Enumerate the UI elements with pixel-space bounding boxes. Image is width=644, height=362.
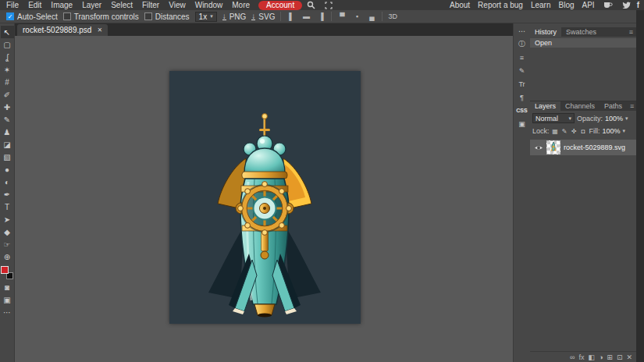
menu-image[interactable]: Image (46, 0, 77, 10)
document-canvas[interactable] (169, 71, 361, 324)
new-group-icon[interactable]: ⊞ (607, 352, 613, 362)
3d-transform-toggle[interactable]: 3D (388, 12, 397, 20)
brush-panel-icon[interactable]: ✎ (515, 65, 529, 76)
menu-report-a-bug[interactable]: Report a bug (474, 0, 527, 10)
transform-controls-option[interactable]: Transform controls (63, 12, 139, 21)
menu-window[interactable]: Window (190, 0, 228, 10)
quick-mask-icon[interactable]: ◙ (1, 281, 14, 293)
distances-checkbox[interactable] (144, 12, 152, 20)
layer-thumbnail[interactable] (546, 140, 560, 154)
magic-wand-tool[interactable]: ✶ (1, 63, 14, 76)
panel-more-icon[interactable]: ⋯ (515, 25, 529, 37)
twitter-icon[interactable] (617, 2, 635, 9)
export-png-button[interactable]: ↓ PNG (222, 12, 247, 21)
new-layer-icon[interactable]: ⊡ (617, 352, 623, 362)
align-top-icon[interactable]: ▀ (337, 12, 347, 20)
menu-layer[interactable]: Layer (77, 0, 106, 10)
chevron-down-icon[interactable]: ▾ (625, 115, 628, 122)
align-bottom-icon[interactable]: ▄ (367, 12, 376, 20)
paragraph-panel-icon[interactable]: ¶ (515, 91, 529, 103)
menu-learn[interactable]: Learn (527, 0, 555, 10)
menu-edit[interactable]: Edit (23, 0, 46, 10)
properties-panel-icon[interactable]: ≡ (515, 51, 529, 63)
select-tool[interactable]: ▢ (1, 38, 14, 51)
search-icon[interactable] (302, 1, 320, 9)
align-center-icon[interactable]: ▬ (301, 12, 311, 20)
distances-option[interactable]: Distances (144, 12, 190, 21)
hand-tool[interactable]: ☞ (1, 238, 14, 250)
dodge-tool[interactable]: ◐ (1, 176, 14, 188)
lock-transparency-icon[interactable]: ▦ (552, 128, 559, 135)
eyedropper-tool[interactable]: ✐ (1, 88, 14, 101)
brush-tool[interactable]: ✎ (1, 113, 14, 126)
healing-tool[interactable]: ✚ (1, 101, 14, 113)
menu-api[interactable]: API (578, 0, 599, 10)
align-left-icon[interactable]: ▌ (286, 12, 296, 20)
crop-tool[interactable]: # (1, 76, 14, 88)
path-select-tool[interactable]: ➤ (1, 213, 14, 225)
image-panel-icon[interactable]: ▣ (515, 118, 529, 130)
blur-tool[interactable]: ● (1, 163, 14, 176)
link-layers-icon[interactable]: ∞ (570, 352, 575, 362)
fullscreen-icon[interactable] (320, 2, 337, 9)
panel-menu-icon[interactable]: ≡ (626, 27, 636, 37)
eraser-tool[interactable]: ◪ (1, 138, 14, 151)
pen-tool[interactable]: ✒ (1, 188, 14, 201)
lock-position-icon[interactable]: ✜ (571, 128, 578, 135)
document-tab[interactable]: rocket-5029889.psd ✕ (17, 24, 108, 36)
menu-file[interactable]: File (2, 0, 23, 10)
delete-layer-icon[interactable]: ✕ (626, 352, 632, 362)
lasso-tool[interactable]: ʆ (1, 51, 14, 63)
collapsed-panels-strip: ⋯ ⓘ ≡ ✎ Tr ¶ CSS ▣ (513, 23, 530, 362)
menu-more[interactable]: More (227, 0, 254, 10)
screen-mode-icon[interactable]: ▣ (1, 293, 14, 306)
tab-swatches[interactable]: Swatches (561, 27, 601, 37)
close-icon[interactable]: ✕ (97, 27, 102, 34)
layers-panel-footer: ∞ fx ◧ ◑ ⊞ ⊡ ✕ (530, 351, 636, 362)
align-right-icon[interactable]: ▐ (316, 12, 326, 20)
color-swatches[interactable] (1, 266, 13, 279)
transform-controls-checkbox[interactable] (63, 12, 71, 20)
blend-mode-select[interactable]: Normal ▾ (532, 113, 575, 123)
align-middle-icon[interactable]: ▪ (352, 12, 361, 20)
adjustment-layer-icon[interactable]: ◑ (599, 352, 603, 362)
info-panel-icon[interactable]: ⓘ (515, 38, 529, 50)
layer-mask-icon[interactable]: ◧ (588, 352, 595, 362)
canvas-area[interactable] (15, 36, 513, 362)
css-panel-icon[interactable]: CSS (515, 105, 529, 116)
fill-value[interactable]: 100% (603, 127, 621, 135)
chevron-down-icon[interactable]: ▾ (623, 128, 626, 134)
zoom-select[interactable]: 1x ▾ (195, 12, 217, 22)
export-svg-button[interactable]: ↓ SVG (251, 12, 275, 21)
auto-select-checkbox[interactable]: ✓ (6, 12, 14, 20)
coffee-cup-icon[interactable] (599, 2, 617, 9)
account-button[interactable]: Account (258, 1, 302, 10)
zoom-tool[interactable]: ⊕ (1, 250, 14, 263)
more-tools-icon[interactable]: ⋯ (1, 306, 14, 318)
tab-paths[interactable]: Paths (600, 101, 627, 111)
gradient-tool[interactable]: ▧ (1, 151, 14, 163)
layer-row[interactable]: rocket-5029889.svg (530, 139, 636, 156)
facebook-icon[interactable]: f (635, 1, 644, 9)
history-step-open[interactable]: Open (530, 38, 636, 48)
menu-about[interactable]: About (446, 0, 474, 10)
move-tool[interactable]: ↖ (1, 26, 14, 38)
menu-select[interactable]: Select (106, 0, 137, 10)
type-tool[interactable]: T (1, 201, 14, 213)
tab-history[interactable]: History (530, 27, 561, 37)
opacity-value[interactable]: 100% (605, 115, 623, 122)
shape-tool[interactable]: ◆ (1, 225, 14, 238)
menu-filter[interactable]: Filter (137, 0, 164, 10)
lock-paint-icon[interactable]: ✎ (561, 128, 568, 135)
clone-stamp-tool[interactable]: ♟ (1, 126, 14, 138)
layer-styles-icon[interactable]: fx (578, 352, 584, 362)
lock-all-icon[interactable]: ◘ (580, 128, 587, 135)
layer-visibility-toggle[interactable] (533, 144, 543, 151)
tab-channels[interactable]: Channels (560, 101, 600, 111)
character-panel-icon[interactable]: Tr (515, 78, 529, 90)
foreground-color-swatch[interactable] (1, 266, 9, 274)
menu-view[interactable]: View (164, 0, 190, 10)
auto-select-option[interactable]: ✓ Auto-Select (6, 12, 58, 21)
tab-layers[interactable]: Layers (530, 101, 560, 111)
menu-blog[interactable]: Blog (555, 0, 578, 10)
